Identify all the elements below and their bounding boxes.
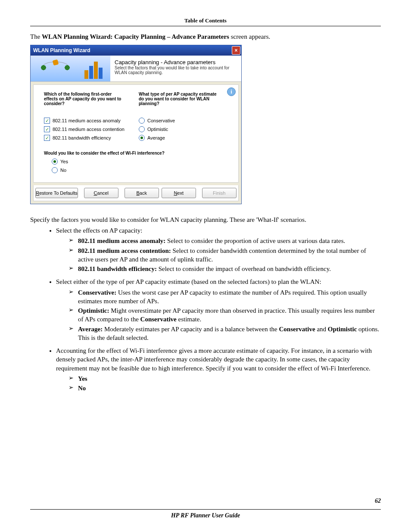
radio-icon xyxy=(139,135,145,141)
wizard-header-image xyxy=(31,56,110,81)
radio-average[interactable]: Average xyxy=(139,134,221,142)
wizard-footer: Restore To Defaults Cancel Back Next Fin… xyxy=(33,185,239,201)
footer-title: HP RF Planner User Guide xyxy=(30,509,381,519)
checkbox-label: 802.11 bandwidth efficiency xyxy=(53,135,111,140)
subbullet-no: No xyxy=(71,384,381,392)
subbullet-conservative: Conservative: Uses the worst case per AP… xyxy=(71,288,381,306)
wizard-header-text: Capacity planning - Advance parameters S… xyxy=(110,56,241,81)
radio-conservative[interactable]: Conservative xyxy=(139,116,221,125)
restore-defaults-button[interactable]: Restore To Defaults xyxy=(35,188,78,198)
radio-label: Conservative xyxy=(147,118,175,123)
radio-label: Yes xyxy=(60,159,68,164)
checkbox-icon xyxy=(44,135,50,141)
radio-label: No xyxy=(60,168,66,173)
subbullet-average: Average: Moderately estimates per AP cap… xyxy=(71,325,381,342)
wizard-title-text: WLAN Planning Wizard xyxy=(33,47,90,53)
wizard-header: Capacity planning - Advance parameters S… xyxy=(31,56,241,82)
back-button[interactable]: Back xyxy=(125,188,159,198)
estimate-question: What type of per AP capacity estimate do… xyxy=(139,92,221,106)
checkbox-bandwidth-efficiency[interactable]: 802.11 bandwidth efficiency xyxy=(44,134,126,142)
wizard-header-title: Capacity planning - Advance parameters xyxy=(115,59,237,65)
next-button[interactable]: Next xyxy=(162,188,196,198)
intro-post: screen appears. xyxy=(229,33,270,40)
subbullet-yes: Yes xyxy=(71,374,381,383)
subbullet-efficiency: 802.11 bandwidth efficiency: Select to c… xyxy=(71,264,381,273)
wlan-planning-wizard-window: WLAN Planning Wizard × Capacity planning… xyxy=(30,45,242,204)
btn-label: estore To Defaults xyxy=(39,190,77,196)
radio-label: Average xyxy=(147,135,165,140)
checkbox-label: 802.11 medium access contention xyxy=(53,127,125,132)
wizard-titlebar: WLAN Planning Wizard × xyxy=(31,45,241,56)
radio-label: Optimistic xyxy=(147,127,168,132)
radio-icon xyxy=(52,159,58,165)
subbullet-optimistic: Optimistic: Might overestimate per AP ca… xyxy=(71,306,381,324)
checkbox-medium-access-anomaly[interactable]: 802.11 medium access anomaly xyxy=(44,116,126,125)
intro-bold: WLAN Planning Wizard: Capacity Planning … xyxy=(42,33,229,40)
radio-icon xyxy=(139,118,145,124)
checkbox-icon xyxy=(44,118,50,124)
finish-button: Finish xyxy=(202,188,237,198)
wizard-body: i Which of the following first-order eff… xyxy=(33,84,239,183)
checkbox-medium-access-contention[interactable]: 802.11 medium access contention xyxy=(44,125,126,134)
bullet-select-effects: Select the effects on AP capacity: 802.1… xyxy=(56,226,381,273)
radio-icon xyxy=(139,126,145,132)
bullet-wifi-interference: Accounting for the effect of Wi-Fi inter… xyxy=(56,346,381,392)
radio-wifi-yes[interactable]: Yes xyxy=(52,157,230,166)
bullet-select-type: Select either of the type of per AP capa… xyxy=(56,277,381,342)
subbullet-anomaly: 802.11 medium access anomaly: Select to … xyxy=(71,236,381,245)
radio-wifi-no[interactable]: No xyxy=(52,166,230,174)
checkbox-label: 802.11 medium access anomaly xyxy=(53,118,121,123)
info-icon[interactable]: i xyxy=(227,87,236,96)
specify-paragraph: Specify the factors you would like to co… xyxy=(30,216,381,224)
radio-icon xyxy=(52,167,58,173)
intro-pre: The xyxy=(30,33,42,40)
close-icon[interactable]: × xyxy=(232,46,240,55)
effects-question: Which of the following first-order effec… xyxy=(44,92,126,106)
cancel-button[interactable]: Cancel xyxy=(84,188,118,198)
radio-optimistic[interactable]: Optimistic xyxy=(139,125,221,134)
wifi-interference-question: Would you like to consider the effect of… xyxy=(44,151,230,156)
page-header: Table of Contents xyxy=(30,17,381,26)
wizard-header-subtitle: Select the factors that you would like t… xyxy=(115,65,237,75)
page-number: 62 xyxy=(375,498,381,504)
subbullet-contention: 802.11 medium access contention: Select … xyxy=(71,246,381,264)
checkbox-icon xyxy=(44,126,50,132)
intro-line: The WLAN Planning Wizard: Capacity Plann… xyxy=(30,33,381,40)
